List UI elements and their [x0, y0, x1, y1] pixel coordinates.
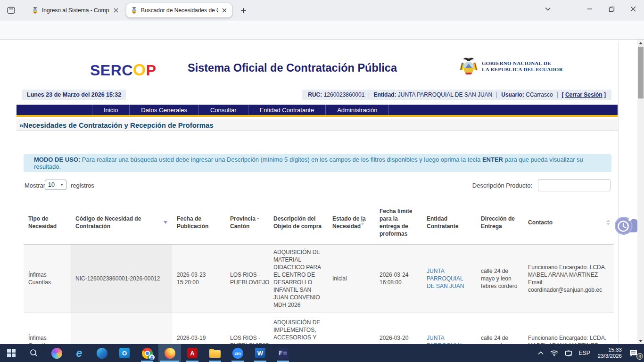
f-app-icon: F: [278, 348, 289, 359]
content-right-rule: [618, 41, 619, 343]
col-entidad-contratante[interactable]: Entidad Contratante: [422, 200, 476, 244]
sort-both-icon: [606, 220, 610, 225]
tray-language[interactable]: ESP: [576, 344, 594, 362]
tab-buscador-necesidades[interactable]: Buscador de Necesidades de Co: [126, 3, 232, 17]
taskbar-search-button[interactable]: [23, 344, 45, 362]
col-provincia-canton[interactable]: Provincia - Cantón: [225, 200, 269, 244]
session-info: RUC: 1260023860001 Entidad: JUNTA PARROQ…: [302, 90, 611, 100]
notification-center-button[interactable]: 4: [626, 344, 644, 362]
product-description-input[interactable]: [538, 179, 611, 191]
page-scrollbar[interactable]: [637, 40, 644, 344]
chrome-profile-badge: [149, 354, 155, 360]
tray-cast[interactable]: [561, 344, 576, 362]
timer-extension-widget[interactable]: [614, 215, 638, 237]
minimize-button[interactable]: [582, 3, 598, 15]
taskbar-firefox[interactable]: [158, 344, 181, 362]
taskbar-f-app[interactable]: F: [272, 344, 294, 362]
taskbar-start-button[interactable]: [0, 344, 23, 362]
col-codigo-necesidad[interactable]: Código de Necesidad de Contratación: [71, 200, 172, 244]
current-datetime: Lunes 23 de Marzo del 2026 15:32: [22, 90, 126, 100]
entity-value: JUNTA PARROQUIAL DE SAN JUAN: [398, 91, 492, 98]
entity-link[interactable]: JUNTA PARROQUIAL DE SAN JUAN: [427, 267, 471, 290]
nav-item-entidad-contratante[interactable]: Entidad Contratante: [248, 105, 326, 115]
screen: { "browser": { "tabs": [ { "title": "Ing…: [0, 0, 644, 362]
new-tab-button[interactable]: [237, 5, 249, 16]
taskbar-file-explorer[interactable]: [204, 344, 226, 362]
taskbar-zoom[interactable]: zm: [226, 344, 249, 362]
taskbar-internet-explorer[interactable]: e: [68, 344, 91, 362]
wifi-icon: [550, 350, 558, 356]
plus-icon: [240, 8, 247, 14]
col-tipo-necesidad[interactable]: Tipo de Necesidad: [24, 200, 71, 244]
gold-divider: [17, 115, 618, 117]
tray-overflow-chevron[interactable]: [535, 344, 547, 362]
table-header-row: Tipo de Necesidad Código de Necesidad de…: [24, 200, 614, 245]
windows-taskbar: e O A zm W F ESP 15:33 23/3/2026 4: [0, 344, 644, 362]
close-tab-icon[interactable]: [113, 8, 119, 13]
taskbar-chrome[interactable]: [136, 344, 158, 362]
nav-item-administracion[interactable]: Administración: [325, 105, 389, 115]
clock-flame-icon: [614, 215, 638, 237]
col-fecha-limite[interactable]: Fecha límite para la entrega de proforma…: [375, 200, 422, 244]
entity-label: Entidad:: [373, 91, 396, 98]
close-tab-icon[interactable]: [221, 8, 228, 13]
taskbar-edge[interactable]: [91, 344, 113, 362]
tab-ingreso-al-sistema[interactable]: Ingreso al Sistema - Compras P: [27, 3, 124, 17]
scrollbar-thumb[interactable]: [638, 47, 644, 99]
table-row: Ínfimas Cuantías 2026-03-19 LOS RIOS - P…: [24, 313, 614, 344]
tray-time: 15:33: [598, 347, 622, 353]
tray-clock[interactable]: 15:33 23/3/2026: [594, 347, 626, 359]
filter-label: Descripción Producto:: [472, 182, 532, 189]
divider: [369, 92, 369, 98]
edge-icon: [97, 348, 107, 359]
restore-button[interactable]: [603, 3, 619, 15]
tab-title: Ingreso al Sistema - Compras P: [42, 7, 109, 14]
monitor-icon: [565, 350, 572, 356]
col-estado-necesidad[interactable]: Estado de la Necesidad: [328, 200, 375, 244]
ruc-value: 1260023860001: [324, 91, 365, 98]
tray-date: 23/3/2026: [598, 353, 622, 359]
col-descripcion-objeto[interactable]: Descripción del Objeto de compra: [269, 200, 328, 244]
taskbar-copilot[interactable]: [45, 344, 68, 362]
taskbar-acrobat[interactable]: A: [181, 344, 204, 362]
main-navigation: Inicio Datos Generales Consultar Entidad…: [17, 105, 618, 115]
browser-tab-strip: Ingreso al Sistema - Compras P Buscador …: [0, 0, 644, 21]
close-window-button[interactable]: [625, 3, 641, 15]
minimize-icon: [587, 6, 593, 12]
chevron-up-icon: [538, 351, 544, 355]
usage-text: MODO DE USO: Para realizar una búsqueda …: [34, 156, 611, 170]
col-contacto[interactable]: Contacto: [523, 200, 614, 244]
show-entries-select[interactable]: 10: [45, 180, 66, 190]
government-text: GOBIERNO NACIONAL DE LA REPUBLICA DEL EC…: [482, 60, 563, 73]
taskbar-outlook[interactable]: O: [113, 344, 136, 362]
scroll-up-button[interactable]: [637, 40, 644, 46]
page-main-title: Sistema Oficial de Contratación Pública: [188, 62, 397, 74]
entity-link[interactable]: JUNTA PARROQUIAL DE SAN JUAN: [427, 334, 471, 344]
col-fecha-publicacion[interactable]: Fecha de Publicación: [172, 200, 225, 244]
list-all-tabs-button[interactable]: [540, 3, 556, 15]
notification-badge: 4: [636, 353, 643, 360]
nav-item-datos-generales[interactable]: Datos Generales: [129, 105, 198, 115]
chevron-down-icon: [545, 7, 551, 11]
tray-wifi[interactable]: [547, 344, 561, 362]
show-entries-prefix: Mostrar: [25, 182, 45, 189]
windows-logo-icon: [7, 349, 16, 357]
folder-icon: [209, 350, 221, 358]
nav-item-consultar[interactable]: Consultar: [198, 105, 248, 115]
taskbar-word[interactable]: W: [249, 344, 272, 362]
col-direccion-entrega[interactable]: Dirección de Entrega: [476, 200, 523, 244]
firefox-view-button[interactable]: [5, 5, 17, 16]
search-icon: [30, 349, 38, 357]
ecuador-favicon: [131, 7, 138, 14]
acrobat-icon: A: [187, 348, 198, 358]
chrome-icon: [142, 348, 153, 359]
close-icon: [630, 6, 636, 12]
scroll-down-button[interactable]: [637, 337, 644, 344]
logout-link[interactable]: [ Cerrar Sesión ]: [562, 91, 606, 98]
nav-item-inicio[interactable]: Inicio: [92, 105, 129, 115]
outlook-icon: O: [119, 348, 130, 358]
user-value: CCarrasco: [526, 91, 553, 98]
page-title: »Necesidades de Contratación y Recepción…: [17, 119, 618, 131]
browser-toolbar: www.compraspublicas.gob.ec/ProcesoContra…: [0, 21, 644, 40]
firefox-view-icon: [7, 7, 15, 14]
